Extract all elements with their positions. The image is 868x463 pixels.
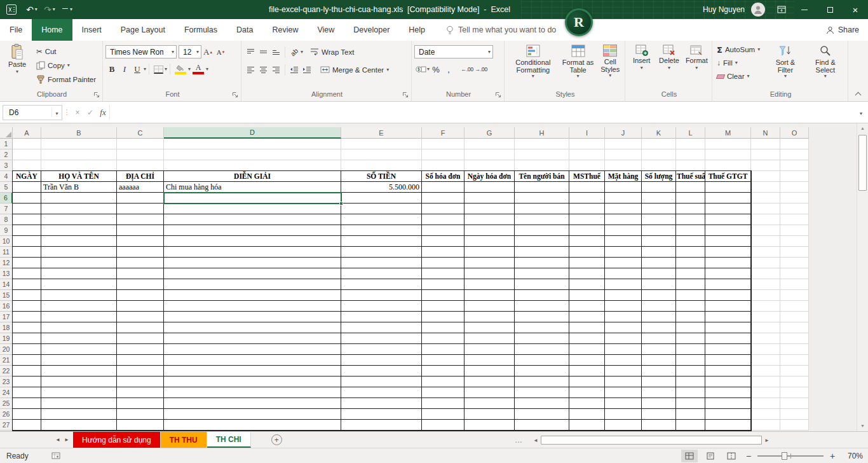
cell-E9[interactable] [341, 225, 422, 236]
cell-B6[interactable] [41, 193, 117, 204]
cell-A17[interactable] [13, 312, 41, 322]
cell-O11[interactable] [780, 247, 809, 258]
cell-C7[interactable] [117, 204, 164, 214]
cell-F25[interactable] [422, 398, 465, 409]
cell-D5[interactable]: Chi mua hàng hóa [164, 182, 341, 193]
cell-G11[interactable] [465, 247, 515, 258]
fill-dropdown[interactable] [735, 60, 738, 66]
row-header-2[interactable]: 2 [0, 149, 13, 160]
cell-N8[interactable] [751, 214, 780, 225]
cell-L17[interactable] [676, 312, 705, 322]
cell-J18[interactable] [605, 322, 642, 333]
cell-G13[interactable] [465, 268, 515, 279]
cell-M19[interactable] [705, 333, 751, 344]
cell-I7[interactable] [569, 204, 605, 214]
cell-G16[interactable] [465, 301, 515, 312]
cell-M2[interactable] [705, 149, 751, 160]
percent-style-button[interactable]: % [430, 63, 442, 76]
cell-M17[interactable] [705, 312, 751, 322]
cell-L11[interactable] [676, 247, 705, 258]
cell-N10[interactable] [751, 236, 780, 247]
cell-C25[interactable] [117, 398, 164, 409]
cell-O21[interactable] [780, 355, 809, 366]
cell-L26[interactable] [676, 409, 705, 420]
cell-K9[interactable] [642, 225, 676, 236]
cell-A13[interactable] [13, 268, 41, 279]
user-name[interactable]: Huy Nguyen [703, 5, 745, 14]
cell-H6[interactable] [515, 193, 569, 204]
cell-K27[interactable] [642, 420, 676, 431]
cell-H1[interactable] [515, 139, 569, 149]
cell-M25[interactable] [705, 398, 751, 409]
cell-I1[interactable] [569, 139, 605, 149]
cell-O15[interactable] [780, 290, 809, 301]
cell-O27[interactable] [780, 420, 809, 431]
cell-C21[interactable] [117, 355, 164, 366]
merge-center-button[interactable]: Merge & Center [318, 63, 391, 76]
cell-B26[interactable] [41, 409, 117, 420]
row-header-14[interactable]: 14 [0, 279, 13, 290]
cell-C23[interactable] [117, 377, 164, 387]
insert-cells-button[interactable]: Insert [628, 42, 655, 71]
cell-B22[interactable] [41, 366, 117, 377]
cell-H10[interactable] [515, 236, 569, 247]
cell-B11[interactable] [41, 247, 117, 258]
cell-B16[interactable] [41, 301, 117, 312]
cell-K16[interactable] [642, 301, 676, 312]
cell-F8[interactable] [422, 214, 465, 225]
cell-L23[interactable] [676, 377, 705, 387]
cell-K4[interactable]: Số lượng [642, 171, 676, 182]
zoom-in-button[interactable]: + [828, 451, 837, 461]
row-header-17[interactable]: 17 [0, 312, 13, 322]
cell-J20[interactable] [605, 344, 642, 355]
cell-D1[interactable] [164, 139, 341, 149]
horizontal-scrollbar[interactable]: ◄ ► [531, 434, 772, 446]
cell-M7[interactable] [705, 204, 751, 214]
cell-F15[interactable] [422, 290, 465, 301]
clipboard-dialog-launcher[interactable] [93, 92, 100, 99]
cell-D18[interactable] [164, 322, 341, 333]
tab-insert[interactable]: Insert [72, 19, 111, 41]
merge-center-dropdown[interactable] [386, 67, 389, 73]
cut-button[interactable]: ✂ Cut [34, 45, 98, 58]
row-header-12[interactable]: 12 [0, 258, 13, 268]
cell-M9[interactable] [705, 225, 751, 236]
cell-A19[interactable] [13, 333, 41, 344]
cell-B27[interactable] [41, 420, 117, 431]
cell-K15[interactable] [642, 290, 676, 301]
cell-O3[interactable] [780, 160, 809, 171]
cell-O18[interactable] [780, 322, 809, 333]
page-break-view-button[interactable] [723, 450, 740, 462]
cell-M20[interactable] [705, 344, 751, 355]
cell-B3[interactable] [41, 160, 117, 171]
cell-K21[interactable] [642, 355, 676, 366]
scroll-down-arrow[interactable]: ▼ [857, 421, 868, 431]
cell-L15[interactable] [676, 290, 705, 301]
redo-button[interactable]: ↷ [41, 0, 58, 19]
cell-F6[interactable] [422, 193, 465, 204]
cell-C13[interactable] [117, 268, 164, 279]
cell-G21[interactable] [465, 355, 515, 366]
cell-G10[interactable] [465, 236, 515, 247]
cell-C12[interactable] [117, 258, 164, 268]
cell-D26[interactable] [164, 409, 341, 420]
delete-cells-button[interactable]: Delete [655, 42, 682, 71]
cell-B17[interactable] [41, 312, 117, 322]
row-header-10[interactable]: 10 [0, 236, 13, 247]
cell-O1[interactable] [780, 139, 809, 149]
cell-D27[interactable] [164, 420, 341, 431]
normal-view-button[interactable] [681, 450, 698, 462]
row-header-18[interactable]: 18 [0, 322, 13, 333]
cell-L1[interactable] [676, 139, 705, 149]
cell-J7[interactable] [605, 204, 642, 214]
accounting-format-button[interactable] [414, 63, 427, 76]
cell-N5[interactable] [751, 182, 780, 193]
row-header-19[interactable]: 19 [0, 333, 13, 344]
cell-D4[interactable]: DIỄN GIẢI [164, 171, 341, 182]
cell-E18[interactable] [341, 322, 422, 333]
cell-M8[interactable] [705, 214, 751, 225]
borders-button[interactable] [152, 63, 165, 76]
paste-button[interactable]: Paste [3, 42, 32, 74]
cell-H22[interactable] [515, 366, 569, 377]
cell-G17[interactable] [465, 312, 515, 322]
